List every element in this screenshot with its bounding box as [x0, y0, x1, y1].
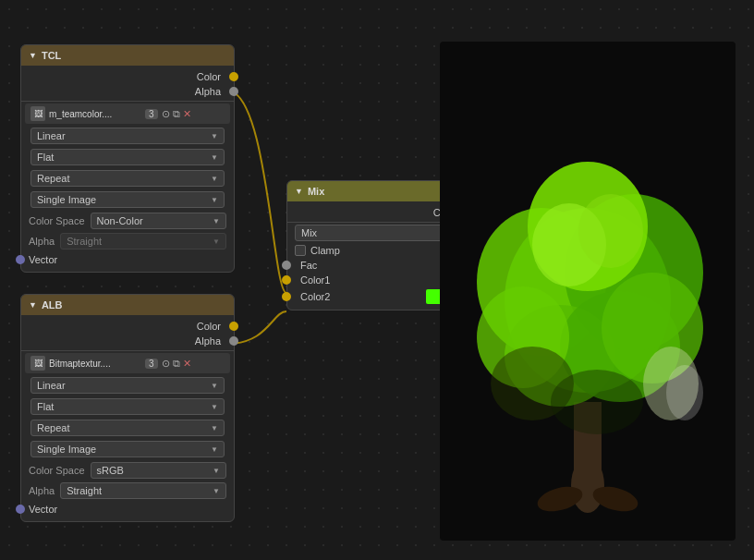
tcl-alpha2-row: Alpha Straight ▼: [21, 231, 234, 251]
tcl-ext-arrow: ▼: [211, 175, 218, 183]
tcl-interp-value: Linear: [37, 130, 66, 141]
alb-interp-value: Linear: [37, 380, 66, 391]
tcl-vector-label: Vector: [29, 254, 57, 265]
alb-node: ▼ ALB Color Alpha 🖼 Bitmaptextur.... 3 ⊙…: [20, 294, 235, 522]
mix-fac-label: Fac: [300, 260, 317, 271]
mix-color2-label: Color2: [300, 291, 330, 302]
mix-type-value: Mix: [301, 227, 317, 238]
3d-preview: [440, 42, 736, 541]
mix-color2-socket[interactable]: [282, 292, 291, 301]
tcl-alpha-row: Alpha: [21, 84, 234, 99]
tcl-node: ▼ TCL Color Alpha 🖼 m_teamcolor.... 3 ⊙ …: [20, 44, 235, 273]
tcl-alpha2-label: Alpha: [29, 236, 55, 247]
mix-fac-socket[interactable]: [282, 261, 291, 270]
alb-proj-arrow: ▼: [211, 403, 218, 411]
tcl-colorspace-row: Color Space Non-Color ▼: [21, 211, 234, 231]
tcl-shield-icon[interactable]: ⊙: [162, 108, 170, 120]
tcl-alpha2-arrow: ▼: [213, 237, 220, 246]
tcl-alpha-socket[interactable]: [229, 87, 238, 96]
tcl-alpha2-value: Straight: [67, 236, 102, 247]
svg-point-17: [551, 370, 643, 434]
alb-alpha-row: Alpha: [21, 334, 234, 348]
tcl-ext-row: Repeat ▼: [25, 168, 230, 189]
alb-src-dropdown[interactable]: Single Image ▼: [30, 441, 225, 457]
alb-alpha-socket[interactable]: [229, 336, 238, 346]
alb-proj-row: Flat ▼: [25, 396, 230, 417]
mix-collapse-arrow[interactable]: ▼: [295, 187, 303, 196]
tcl-colorspace-dropdown[interactable]: Non-Color ▼: [91, 213, 226, 229]
alb-interp-dropdown[interactable]: Linear ▼: [30, 377, 225, 394]
alb-texture-header: 🖼 Bitmaptextur.... 3 ⊙ ⧉ ✕: [25, 353, 230, 373]
tcl-node-body: Color Alpha 🖼 m_teamcolor.... 3 ⊙ ⧉ ✕ Li…: [21, 66, 234, 272]
tcl-tex-icons: ⊙ ⧉ ✕: [162, 108, 191, 120]
alb-colorspace-value: sRGB: [97, 465, 124, 476]
alb-interp-row: Linear ▼: [25, 375, 230, 396]
alb-proj-value: Flat: [37, 401, 54, 412]
alb-copy-icon[interactable]: ⧉: [173, 358, 180, 370]
tree-preview-svg: [449, 60, 726, 522]
tcl-proj-value: Flat: [37, 152, 54, 163]
tcl-src-dropdown[interactable]: Single Image ▼: [30, 191, 225, 208]
tcl-colorspace-arrow: ▼: [213, 217, 220, 225]
tcl-interp-arrow: ▼: [211, 132, 218, 140]
tcl-vector-row: Vector: [21, 251, 234, 268]
mix-title: Mix: [308, 186, 324, 197]
alb-src-value: Single Image: [37, 444, 96, 455]
alb-alpha2-row: Alpha Straight ▼: [21, 481, 234, 501]
svg-point-13: [578, 194, 643, 268]
alb-alpha-label: Alpha: [195, 335, 221, 347]
alb-colorspace-arrow: ▼: [213, 467, 220, 475]
tcl-src-value: Single Image: [37, 194, 96, 205]
alb-ext-value: Repeat: [37, 422, 69, 433]
tcl-proj-arrow: ▼: [211, 153, 218, 162]
alb-alpha2-dropdown[interactable]: Straight ▼: [60, 482, 226, 499]
tcl-color-row: Color: [21, 69, 234, 84]
tcl-tex-name: m_teamcolor....: [49, 109, 141, 119]
tcl-src-arrow: ▼: [211, 196, 218, 204]
svg-point-15: [666, 365, 703, 420]
alb-tex-name: Bitmaptextur....: [49, 359, 141, 369]
alb-interp-arrow: ▼: [211, 382, 218, 390]
mix-clamp-checkbox[interactable]: [295, 245, 306, 256]
tcl-colorspace-label: Color Space: [29, 215, 85, 226]
alb-ext-dropdown[interactable]: Repeat ▼: [30, 420, 225, 436]
mix-color1-socket[interactable]: [282, 275, 291, 285]
mix-color1-label: Color1: [300, 274, 330, 286]
tcl-src-row: Single Image ▼: [25, 189, 230, 210]
tcl-node-header: ▼ TCL: [21, 45, 234, 66]
alb-tex-num: 3: [145, 359, 158, 369]
alb-node-body: Color Alpha 🖼 Bitmaptextur.... 3 ⊙ ⧉ ✕ L…: [21, 315, 234, 521]
tcl-ext-value: Repeat: [37, 173, 69, 184]
alb-collapse-arrow[interactable]: ▼: [29, 300, 37, 310]
alb-colorspace-label: Color Space: [29, 465, 85, 476]
alb-src-row: Single Image ▼: [25, 439, 230, 459]
alb-ext-row: Repeat ▼: [25, 418, 230, 438]
alb-shield-icon[interactable]: ⊙: [162, 358, 170, 370]
tcl-ext-dropdown[interactable]: Repeat ▼: [30, 170, 225, 187]
alb-colorspace-row: Color Space sRGB ▼: [21, 460, 234, 481]
tcl-close-icon[interactable]: ✕: [183, 108, 191, 120]
tcl-tex-icon: 🖼: [30, 106, 45, 121]
tcl-vector-socket[interactable]: [16, 255, 25, 264]
tcl-interp-dropdown[interactable]: Linear ▼: [30, 128, 225, 144]
tcl-interp-row: Linear ▼: [25, 126, 230, 146]
alb-vector-socket[interactable]: [16, 505, 25, 514]
tcl-alpha2-dropdown[interactable]: Straight ▼: [60, 233, 226, 250]
tcl-title: TCL: [42, 50, 61, 61]
alb-colorspace-dropdown[interactable]: sRGB ▼: [91, 462, 226, 479]
tcl-colorspace-value: Non-Color: [97, 215, 143, 226]
alb-proj-dropdown[interactable]: Flat ▼: [30, 398, 225, 415]
tcl-tex-num: 3: [145, 109, 158, 119]
tcl-proj-dropdown[interactable]: Flat ▼: [30, 149, 225, 165]
alb-alpha2-arrow: ▼: [213, 487, 220, 495]
tcl-color-socket[interactable]: [229, 72, 238, 81]
alb-close-icon[interactable]: ✕: [183, 358, 191, 370]
alb-alpha2-value: Straight: [67, 485, 102, 496]
mix-type-dropdown[interactable]: Mix ▼: [295, 225, 463, 241]
tcl-texture-header: 🖼 m_teamcolor.... 3 ⊙ ⧉ ✕: [25, 103, 230, 124]
tcl-copy-icon[interactable]: ⧉: [173, 108, 180, 120]
alb-tex-icons: ⊙ ⧉ ✕: [162, 358, 191, 370]
tcl-collapse-arrow[interactable]: ▼: [29, 51, 37, 60]
alb-color-socket[interactable]: [229, 322, 238, 331]
alb-vector-row: Vector: [21, 501, 234, 517]
